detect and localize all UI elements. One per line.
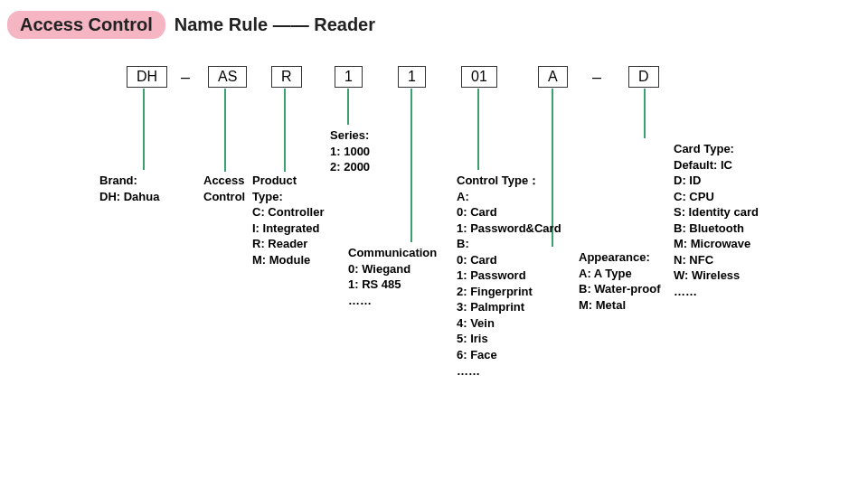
vline-ptype — [284, 89, 286, 172]
desc-appearance: Appearance: A: A Type B: Water-proof M: … — [579, 249, 661, 313]
desc-ptype: Product Type: C: Controller I: Integrate… — [252, 173, 324, 267]
code-ctrl: 01 — [461, 66, 497, 88]
desc-comm: Communication 0: Wiegand 1: RS 485 …… — [348, 245, 437, 308]
code-series: 1 — [335, 66, 363, 88]
desc-card: Card Type: Default: IC D: ID C: CPU S: I… — [674, 141, 759, 299]
vline-brand — [143, 89, 145, 170]
sep-dash-2: – — [592, 68, 601, 87]
vline-card — [644, 89, 646, 138]
page-title: Access Control Name Rule —— Reader — [7, 11, 868, 39]
code-access: AS — [208, 66, 247, 88]
desc-ctrl: Control Type： A: 0: Card 1: Password&Car… — [457, 173, 561, 379]
vline-comm — [410, 89, 412, 242]
code-comm: 1 — [398, 66, 426, 88]
code-card: D — [628, 66, 659, 88]
title-rest: Name Rule —— Reader — [175, 14, 375, 35]
code-appearance: A — [538, 66, 568, 88]
code-brand: DH — [127, 66, 167, 88]
desc-brand: Brand: DH: Dahua — [99, 173, 159, 204]
diagram-stage: DH – AS R 1 1 01 A – D Brand: DH: Dahua … — [0, 57, 868, 473]
vline-ctrl — [477, 89, 479, 170]
vline-series — [347, 89, 349, 125]
desc-access: Access Control — [203, 173, 245, 204]
title-pill: Access Control — [7, 11, 165, 39]
vline-access — [224, 89, 226, 172]
desc-series: Series: 1: 1000 2: 2000 — [330, 127, 370, 175]
sep-dash-1: – — [181, 68, 190, 87]
code-ptype: R — [271, 66, 302, 88]
